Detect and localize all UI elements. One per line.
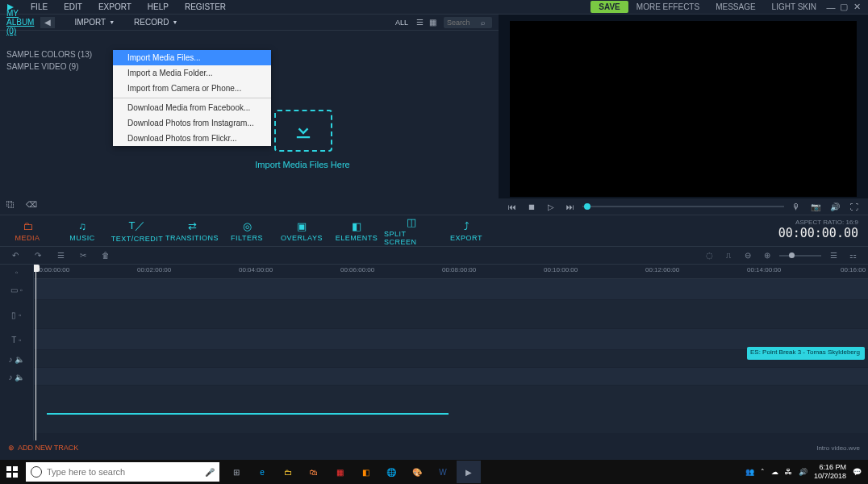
audio-clip[interactable]: ES: Point Break 3 - Tomas Skyldeberg [747,347,865,360]
edit-button[interactable]: ☰ [53,250,68,261]
tab-filters[interactable]: ◎FILTERS [219,220,274,242]
tab-music[interactable]: ♫MUSIC [55,220,110,242]
search-box[interactable]: ⌕ [444,17,492,28]
video-track-icon[interactable]: ▭ ◦ [0,279,33,300]
settings-icon[interactable]: ⚏ [845,250,860,261]
prev-frame-button[interactable]: ⏮ [505,201,520,212]
zoom-out-button[interactable]: ⊖ [741,250,755,261]
pip-track-icon[interactable]: ▯ ◦ [0,300,33,329]
save-button[interactable]: SAVE [590,1,628,13]
fullscreen-icon[interactable]: ⛶ [847,201,862,212]
minimize-button[interactable]: — [824,2,837,12]
tab-text[interactable]: T／TEXT/CREDIT [110,219,165,243]
filmora-icon[interactable]: ▶ [457,461,481,483]
taskbar-search-input[interactable] [47,467,200,477]
import-drop-zone[interactable] [274,110,332,152]
tab-media[interactable]: 🗀MEDIA [0,220,55,242]
download-from-flickr[interactable]: Download Photos from Flickr... [113,131,271,146]
audio-track-icon[interactable]: ♪ 🔈 [0,350,33,368]
filter-all[interactable]: ALL [395,19,408,27]
menu-help[interactable]: HELP [140,2,177,11]
import-from-camera[interactable]: Import from Camera or Phone... [113,81,271,96]
menu-edit[interactable]: EDIT [56,2,90,11]
audio-track-1[interactable] [34,350,868,368]
delete-button[interactable]: 🗑 [98,250,113,261]
fit-button[interactable]: ☰ [826,250,841,261]
volume-icon[interactable]: 🔊 [828,201,842,212]
new-folder-icon[interactable]: ⿻ [6,200,18,210]
taskbar-search[interactable]: 🎤 [26,462,219,482]
zoom-slider[interactable] [779,255,821,257]
light-skin-link[interactable]: LIGHT SKIN [764,2,824,11]
album-title[interactable]: MY ALBUM (0) [6,9,34,35]
tab-transitions[interactable]: ⇄TRANSITIONS [165,220,219,242]
album-item[interactable]: SAMPLE VIDEO (9) [6,60,92,73]
marker-icon[interactable]: ◌ [702,250,716,261]
tray-chevron-icon[interactable]: ˄ [761,468,765,476]
tab-splitscreen[interactable]: ◫SPLIT SCREEN [384,216,439,246]
start-button[interactable] [0,460,24,484]
zoom-knob[interactable] [789,252,795,258]
add-track-button[interactable]: ⊕ ADD NEW TRACK [8,444,78,452]
network-icon[interactable]: 🖧 [785,468,792,476]
back-button[interactable]: ◀ [40,17,55,28]
preview-scrubber[interactable] [582,206,784,207]
import-media-files[interactable]: Import Media Files... [113,50,271,65]
delete-folder-icon[interactable]: ⌫ [26,200,37,210]
maximize-button[interactable]: ▢ [837,2,850,12]
scroll-indicator[interactable] [47,413,449,415]
word-icon[interactable]: W [431,461,455,483]
timeline-ruler[interactable]: 00:00:00:00 00:02:00:00 00:04:00:00 00:0… [34,265,868,279]
marker-gutter-icon[interactable]: ◦ [0,265,33,279]
app-icon[interactable]: ◧ [353,461,378,483]
message-link[interactable]: MESSAGE [707,2,763,11]
redo-button[interactable]: ↷ [31,250,45,261]
app-icon[interactable]: ▦ [328,461,352,483]
import-dropdown-button[interactable]: IMPORT ▼ [74,18,115,27]
onedrive-icon[interactable]: ☁ [771,468,778,476]
playhead[interactable] [35,265,36,440]
undo-button[interactable]: ↶ [8,250,23,261]
list-view-icon[interactable]: ☰ [413,17,426,28]
text-track[interactable] [34,329,868,350]
menu-register[interactable]: REGISTER [177,2,234,11]
clock[interactable]: 6:16 PM 10/7/2018 [814,463,846,481]
import-media-folder[interactable]: Import a Media Folder... [113,65,271,81]
file-explorer-icon[interactable]: 🗀 [276,461,300,483]
mic-icon[interactable]: 🎙 [789,201,803,212]
album-item[interactable]: SAMPLE COLORS (13) [6,48,92,60]
download-from-instagram[interactable]: Download Photos from Instagram... [113,115,271,131]
text-track-icon[interactable]: T ◦ [0,329,33,350]
pip-track[interactable] [34,300,868,329]
zoom-in-button[interactable]: ⊕ [760,250,774,261]
notifications-icon[interactable]: 💬 [853,468,862,476]
audio-track-2-icon[interactable]: ♪ 🔈 [0,368,33,386]
tab-export[interactable]: ⤴EXPORT [439,220,494,242]
download-from-facebook[interactable]: Download Media from Facebook... [113,100,271,115]
people-icon[interactable]: 👥 [745,468,754,476]
scrubber-knob[interactable] [584,203,590,210]
audio-mixer-icon[interactable]: ⎍ [721,250,736,261]
speaker-icon[interactable]: 🔊 [799,468,807,476]
snapshot-icon[interactable]: 📷 [808,201,823,212]
record-dropdown-button[interactable]: RECORD ▼ [134,18,177,27]
empty-track[interactable] [34,386,868,434]
store-icon[interactable]: 🛍 [302,461,326,483]
mic-icon[interactable]: 🎤 [205,468,215,477]
search-input[interactable] [447,19,481,27]
grid-view-icon[interactable]: ▦ [426,17,439,28]
next-frame-button[interactable]: ⏭ [563,201,578,212]
menu-export[interactable]: EXPORT [90,2,140,11]
app-icon[interactable]: 🎨 [405,461,429,483]
stop-button[interactable]: ⏹ [524,201,539,212]
more-effects-link[interactable]: MORE EFFECTS [628,2,707,11]
video-track[interactable] [34,279,868,300]
cut-button[interactable]: ✂ [76,250,90,261]
timeline-tracks[interactable]: 00:00:00:00 00:02:00:00 00:04:00:00 00:0… [34,265,868,440]
chrome-icon[interactable]: 🌐 [379,461,403,483]
audio-track-2[interactable] [34,368,868,386]
play-button[interactable]: ▷ [544,201,558,212]
close-button[interactable]: ✕ [850,2,863,12]
edge-icon[interactable]: e [250,461,274,483]
task-view-icon[interactable]: ⊞ [224,461,248,483]
